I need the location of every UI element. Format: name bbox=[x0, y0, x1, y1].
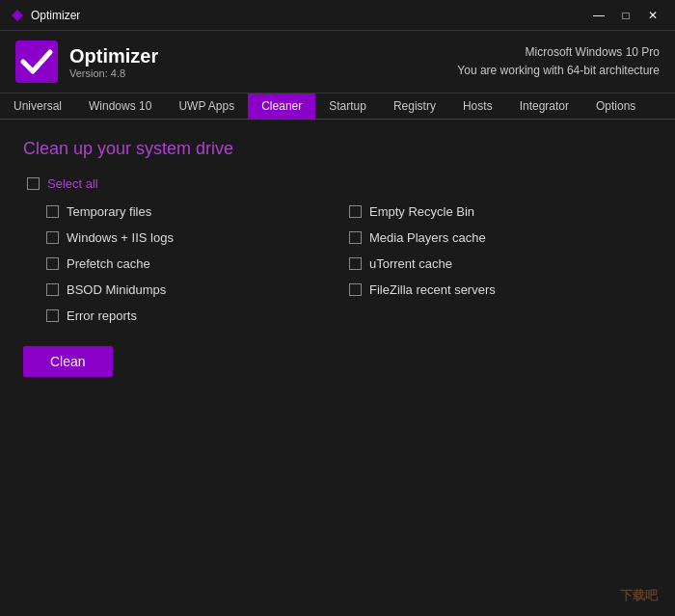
label-win-iis-logs: Windows + IIS logs bbox=[67, 230, 174, 245]
close-button[interactable]: ✕ bbox=[640, 6, 665, 25]
tab-bar: Universal Windows 10 UWP Apps Cleaner St… bbox=[0, 94, 675, 120]
label-media-players-cache: Media Players cache bbox=[369, 230, 486, 245]
app-name: Optimizer bbox=[69, 45, 457, 67]
checkbox-media-players-cache[interactable]: Media Players cache bbox=[349, 230, 652, 245]
app-sysinfo: Microsoft Windows 10 Pro You are working… bbox=[457, 43, 660, 80]
checkbox-filezilla-recent[interactable]: FileZilla recent servers bbox=[349, 282, 652, 297]
checkbox-prefetch-cache[interactable]: Prefetch cache bbox=[46, 256, 349, 271]
checkbox-bsod-minidumps[interactable]: BSOD Minidumps bbox=[46, 282, 349, 297]
cb-win-iis-logs[interactable] bbox=[46, 231, 59, 244]
tab-options[interactable]: Options bbox=[582, 94, 649, 119]
label-prefetch-cache: Prefetch cache bbox=[67, 256, 150, 271]
cb-temp-files[interactable] bbox=[46, 205, 59, 218]
content-area: Clean up your system drive Select all Te… bbox=[0, 120, 675, 611]
label-utorrent-cache: uTorrent cache bbox=[369, 256, 452, 271]
checkbox-win-iis-logs[interactable]: Windows + IIS logs bbox=[46, 230, 349, 245]
checkbox-columns: Temporary files Windows + IIS logs Prefe… bbox=[46, 204, 652, 323]
tab-integrator[interactable]: Integrator bbox=[506, 94, 582, 119]
select-all-checkbox[interactable] bbox=[27, 177, 40, 190]
cb-media-players-cache[interactable] bbox=[349, 231, 362, 244]
cb-bsod-minidumps[interactable] bbox=[46, 283, 59, 296]
maximize-button[interactable]: □ bbox=[613, 6, 638, 25]
tab-startup[interactable]: Startup bbox=[315, 94, 380, 119]
tab-windows10[interactable]: Windows 10 bbox=[75, 94, 165, 119]
tab-uwp[interactable]: UWP Apps bbox=[165, 94, 248, 119]
checkbox-empty-recycle[interactable]: Empty Recycle Bin bbox=[349, 204, 652, 219]
label-empty-recycle: Empty Recycle Bin bbox=[369, 204, 474, 219]
checkbox-col-1: Temporary files Windows + IIS logs Prefe… bbox=[46, 204, 349, 323]
tab-universal[interactable]: Universal bbox=[0, 94, 75, 119]
cb-empty-recycle[interactable] bbox=[349, 205, 362, 218]
cb-error-reports[interactable] bbox=[46, 309, 59, 322]
cb-filezilla-recent[interactable] bbox=[349, 283, 362, 296]
checkbox-utorrent-cache[interactable]: uTorrent cache bbox=[349, 256, 652, 271]
tab-hosts[interactable]: Hosts bbox=[449, 94, 506, 119]
cb-utorrent-cache[interactable] bbox=[349, 257, 362, 270]
title-bar: Optimizer — □ ✕ bbox=[0, 0, 675, 31]
title-bar-text: Optimizer bbox=[31, 9, 586, 22]
select-all-label: Select all bbox=[47, 176, 98, 191]
label-filezilla-recent: FileZilla recent servers bbox=[369, 282, 496, 297]
app-titlebar-icon bbox=[10, 8, 25, 23]
checkbox-error-reports[interactable]: Error reports bbox=[46, 308, 349, 323]
label-temp-files: Temporary files bbox=[67, 204, 151, 219]
app-logo bbox=[15, 40, 58, 83]
label-error-reports: Error reports bbox=[67, 308, 137, 323]
title-bar-controls: — □ ✕ bbox=[586, 6, 665, 25]
clean-button[interactable]: Clean bbox=[23, 346, 113, 377]
label-bsod-minidumps: BSOD Minidumps bbox=[67, 282, 166, 297]
select-all-row[interactable]: Select all bbox=[27, 176, 652, 191]
sys-line1: Microsoft Windows 10 Pro bbox=[457, 43, 660, 62]
minimize-button[interactable]: — bbox=[586, 6, 611, 25]
app-header: Optimizer Version: 4.8 Microsoft Windows… bbox=[0, 31, 675, 94]
checkbox-col-2: Empty Recycle Bin Media Players cache uT… bbox=[349, 204, 652, 323]
section-title: Clean up your system drive bbox=[23, 139, 652, 159]
tab-cleaner[interactable]: Cleaner bbox=[248, 94, 315, 119]
svg-marker-0 bbox=[12, 10, 23, 21]
tab-registry[interactable]: Registry bbox=[380, 94, 449, 119]
cb-prefetch-cache[interactable] bbox=[46, 257, 59, 270]
app-title-block: Optimizer Version: 4.8 bbox=[69, 45, 457, 79]
checkbox-temp-files[interactable]: Temporary files bbox=[46, 204, 349, 219]
app-version: Version: 4.8 bbox=[69, 67, 457, 79]
sys-line2: You are working with 64-bit architecture bbox=[457, 62, 660, 80]
